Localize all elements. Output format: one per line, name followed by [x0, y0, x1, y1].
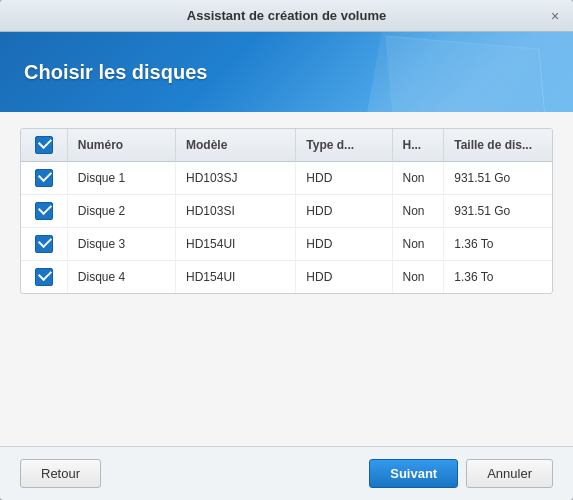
dialog-title: Assistant de création de volume [187, 8, 386, 23]
row-checkbox-2[interactable] [35, 235, 53, 253]
row-type: HDD [296, 228, 392, 261]
table-row: Disque 1HD103SJHDDNon931.51 Go [21, 162, 552, 195]
header-checkbox[interactable] [35, 136, 53, 154]
row-checkbox-cell [21, 261, 67, 294]
table-header-row: Numéro Modèle Type d... H... Taille de d [21, 129, 552, 162]
table-row: Disque 4HD154UIHDDNon1.36 To [21, 261, 552, 294]
row-numero: Disque 2 [67, 195, 175, 228]
cancel-button[interactable]: Annuler [466, 459, 553, 488]
row-numero: Disque 4 [67, 261, 175, 294]
row-numero: Disque 1 [67, 162, 175, 195]
row-checkbox-cell [21, 195, 67, 228]
next-button[interactable]: Suivant [369, 459, 458, 488]
disk-table: Numéro Modèle Type d... H... Taille de d [21, 129, 552, 293]
row-taille: 1.36 To [444, 261, 552, 294]
header-banner: Choisir les disques [0, 32, 573, 112]
row-checkbox-cell [21, 162, 67, 195]
col-header-numero: Numéro [67, 129, 175, 162]
col-header-taille: Taille de dis... [444, 129, 552, 162]
table-row: Disque 3HD154UIHDDNon1.36 To [21, 228, 552, 261]
row-modele: HD103SJ [176, 162, 296, 195]
footer-right: Suivant Annuler [369, 459, 553, 488]
col-header-check [21, 129, 67, 162]
row-checkbox-1[interactable] [35, 202, 53, 220]
col-header-modele: Modèle [176, 129, 296, 162]
row-taille: 1.36 To [444, 228, 552, 261]
table-row: Disque 2HD103SIHDDNon931.51 Go [21, 195, 552, 228]
row-type: HDD [296, 162, 392, 195]
row-type: HDD [296, 195, 392, 228]
dialog: Assistant de création de volume × Choisi… [0, 0, 573, 500]
col-header-type: Type d... [296, 129, 392, 162]
row-checkbox-0[interactable] [35, 169, 53, 187]
header-title: Choisir les disques [24, 61, 207, 84]
row-modele: HD154UI [176, 228, 296, 261]
row-h: Non [392, 162, 444, 195]
row-modele: HD103SI [176, 195, 296, 228]
close-button[interactable]: × [547, 8, 563, 24]
row-h: Non [392, 228, 444, 261]
row-type: HDD [296, 261, 392, 294]
content-area: Numéro Modèle Type d... H... Taille de d [0, 112, 573, 446]
title-bar: Assistant de création de volume × [0, 0, 573, 32]
row-numero: Disque 3 [67, 228, 175, 261]
footer: Retour Suivant Annuler [0, 446, 573, 500]
back-button[interactable]: Retour [20, 459, 101, 488]
row-checkbox-cell [21, 228, 67, 261]
row-modele: HD154UI [176, 261, 296, 294]
row-checkbox-3[interactable] [35, 268, 53, 286]
row-h: Non [392, 195, 444, 228]
disk-table-wrapper: Numéro Modèle Type d... H... Taille de d [20, 128, 553, 294]
row-h: Non [392, 261, 444, 294]
row-taille: 931.51 Go [444, 162, 552, 195]
col-header-h: H... [392, 129, 444, 162]
row-taille: 931.51 Go [444, 195, 552, 228]
